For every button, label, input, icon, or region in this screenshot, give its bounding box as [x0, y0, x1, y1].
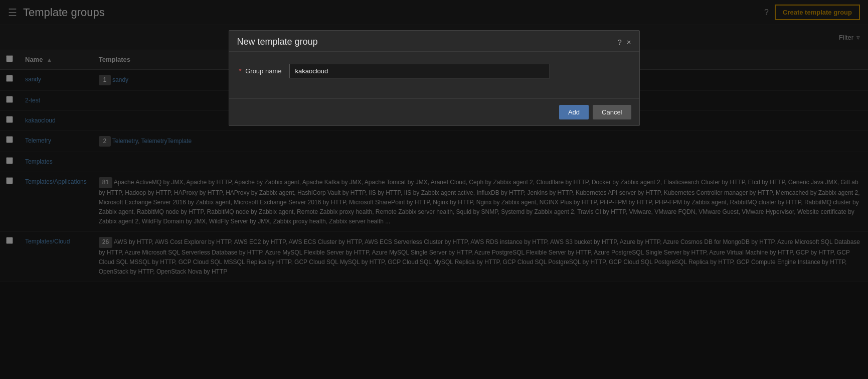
modal-header: New template group ? × — [229, 31, 639, 52]
group-name-label: * Group name — [239, 67, 282, 75]
modal-header-icons: ? × — [617, 38, 631, 46]
required-star: * — [239, 67, 242, 75]
modal-close-button[interactable]: × — [627, 38, 631, 46]
modal-footer: Add Cancel — [229, 98, 639, 125]
group-name-input[interactable] — [289, 64, 550, 78]
cancel-button[interactable]: Cancel — [593, 105, 631, 119]
new-template-group-modal: New template group ? × * Group name Add … — [229, 30, 640, 126]
group-name-row: * Group name — [239, 64, 629, 78]
modal-title: New template group — [237, 37, 318, 47]
add-button[interactable]: Add — [559, 105, 589, 119]
modal-help-button[interactable]: ? — [617, 38, 621, 46]
modal-body: * Group name — [229, 52, 639, 98]
modal-overlay[interactable]: New template group ? × * Group name Add … — [0, 0, 868, 282]
